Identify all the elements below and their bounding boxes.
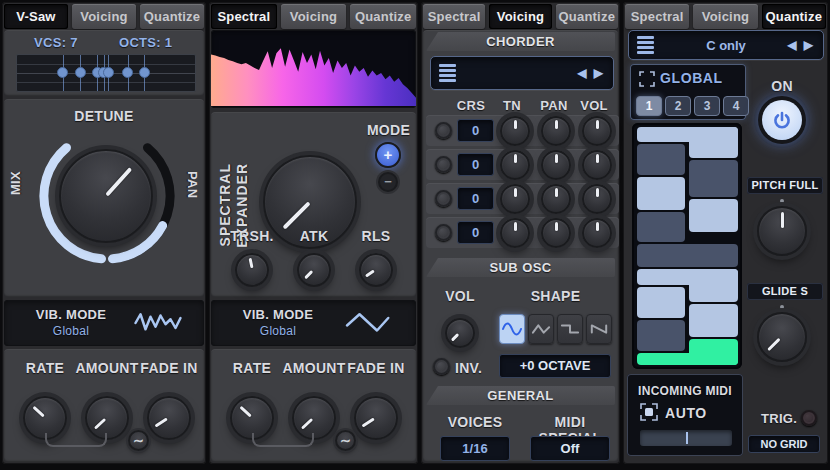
tab-quantize[interactable]: Quantize bbox=[556, 4, 618, 29]
tab-voicing[interactable]: Voicing bbox=[489, 4, 551, 29]
key-A#[interactable] bbox=[637, 144, 685, 175]
row-knob[interactable] bbox=[541, 184, 571, 214]
key-G[interactable] bbox=[689, 199, 738, 232]
tab-voicing[interactable]: Voicing bbox=[281, 4, 347, 29]
key-F[interactable] bbox=[637, 244, 738, 267]
voices-select[interactable]: 1/16 bbox=[440, 436, 510, 461]
tab-voicing[interactable]: Voicing bbox=[693, 4, 757, 29]
voice-dot[interactable] bbox=[57, 67, 68, 78]
key-C#[interactable] bbox=[637, 320, 685, 351]
mode-label: MODE bbox=[361, 122, 416, 138]
key-D[interactable] bbox=[689, 304, 738, 337]
global-slot-3[interactable]: 3 bbox=[694, 96, 720, 116]
key-A[interactable] bbox=[689, 160, 738, 197]
row-knob[interactable] bbox=[582, 150, 612, 180]
chorder-preset-combo[interactable]: ◀ ▶ bbox=[430, 56, 614, 90]
shape-triangle-button[interactable] bbox=[528, 314, 554, 344]
voice-spread-display[interactable] bbox=[16, 54, 196, 92]
global-slot-1[interactable]: 1 bbox=[636, 96, 662, 116]
key-G#[interactable] bbox=[637, 177, 685, 210]
voice-dot[interactable] bbox=[122, 67, 133, 78]
vib-mode-card[interactable]: VIB. MODE Global bbox=[211, 300, 416, 346]
voice-dot[interactable] bbox=[103, 67, 114, 78]
row-enable-toggle[interactable] bbox=[435, 224, 452, 241]
tab-spectral[interactable]: Spectral bbox=[423, 4, 485, 29]
tab-quantize[interactable]: Quantize bbox=[140, 4, 204, 29]
panel-spectral: Spectral Voicing Quantize SPECTRAL bbox=[209, 2, 418, 464]
tab-vsaw[interactable]: V-Saw bbox=[4, 4, 68, 29]
subosc-vol-knob[interactable] bbox=[445, 318, 475, 348]
row-knob[interactable] bbox=[541, 150, 571, 180]
power-button[interactable] bbox=[758, 96, 806, 144]
prev-next-arrows[interactable]: ◀ ▶ bbox=[577, 66, 605, 80]
crs-value[interactable]: 0 bbox=[457, 119, 494, 142]
select-bracket-icon[interactable] bbox=[639, 71, 655, 87]
mode-plus-button[interactable]: + bbox=[375, 142, 401, 168]
tab-spectral[interactable]: Spectral bbox=[625, 4, 689, 29]
midi-mode-value[interactable]: AUTO bbox=[665, 405, 707, 421]
row-enable-toggle[interactable] bbox=[435, 156, 452, 173]
midi-capture-icon[interactable] bbox=[640, 403, 658, 421]
crs-value[interactable]: 0 bbox=[457, 187, 494, 210]
sine-mod-button[interactable]: ∼ bbox=[335, 430, 356, 451]
row-knob[interactable] bbox=[500, 184, 530, 214]
col-pan: PAN bbox=[534, 98, 574, 113]
spectrum-plot bbox=[211, 48, 416, 106]
pitch-range-badge[interactable]: PITCH FULL bbox=[747, 177, 823, 194]
spectrum-display-card[interactable] bbox=[211, 30, 416, 108]
detune-card: DETUNE MIX PAN bbox=[4, 99, 204, 297]
trsh-knob[interactable] bbox=[235, 253, 269, 287]
glide-knob-tick bbox=[780, 305, 784, 309]
global-slot-2[interactable]: 2 bbox=[665, 96, 691, 116]
mode-minus-button[interactable]: − bbox=[378, 172, 398, 192]
sine-mod-button[interactable]: ∼ bbox=[128, 430, 149, 451]
row-knob[interactable] bbox=[541, 116, 571, 146]
crs-value[interactable]: 0 bbox=[457, 153, 494, 176]
tab-spectral[interactable]: Spectral bbox=[211, 4, 277, 29]
shape-saw-button[interactable] bbox=[586, 314, 612, 344]
row-knob[interactable] bbox=[500, 116, 530, 146]
atk-knob[interactable] bbox=[297, 253, 331, 287]
detune-knob[interactable] bbox=[59, 149, 153, 243]
key-E[interactable] bbox=[689, 269, 738, 302]
row-knob[interactable] bbox=[500, 150, 530, 180]
glide-badge[interactable]: GLIDE S bbox=[747, 283, 823, 300]
octave-select[interactable]: +0 OCTAVE bbox=[499, 354, 611, 378]
tab-quantize[interactable]: Quantize bbox=[762, 4, 826, 29]
shape-sine-button[interactable] bbox=[499, 314, 525, 344]
tab-quantize[interactable]: Quantize bbox=[350, 4, 416, 29]
scale-preset-combo[interactable]: C only ◀ ▶ bbox=[628, 30, 824, 60]
shape-square-button[interactable] bbox=[557, 314, 583, 344]
crs-value[interactable]: 0 bbox=[457, 221, 494, 244]
row-knob[interactable] bbox=[582, 184, 612, 214]
row-knob[interactable] bbox=[582, 218, 612, 248]
voice-dot[interactable] bbox=[75, 67, 86, 78]
row-knob[interactable] bbox=[541, 218, 571, 248]
panel-vsaw: V-Saw Voicing Quantize VCS: 7 OCTS: 1 DE… bbox=[2, 2, 206, 464]
key-D#[interactable] bbox=[637, 287, 685, 318]
fadein-knob[interactable] bbox=[147, 396, 191, 440]
rate-label: RATE bbox=[15, 360, 75, 376]
key-F#[interactable] bbox=[637, 212, 685, 242]
chorder-row: 0 bbox=[426, 149, 619, 180]
vib-mode-card[interactable]: VIB. MODE Global bbox=[4, 300, 204, 346]
global-slot-4[interactable]: 4 bbox=[723, 96, 749, 116]
key-C[interactable] bbox=[637, 353, 738, 365]
rls-knob[interactable] bbox=[359, 253, 393, 287]
inv-toggle[interactable] bbox=[433, 358, 450, 375]
midi-special-select[interactable]: Off bbox=[530, 436, 610, 461]
row-knob[interactable] bbox=[500, 218, 530, 248]
fadein-knob[interactable] bbox=[354, 396, 398, 440]
pitch-knob[interactable] bbox=[757, 206, 807, 256]
row-knob[interactable] bbox=[582, 116, 612, 146]
midi-position-strip[interactable] bbox=[640, 430, 732, 446]
voice-dot[interactable] bbox=[139, 67, 150, 78]
grid-select[interactable]: NO GRID bbox=[748, 435, 820, 453]
key-B[interactable] bbox=[689, 127, 738, 158]
row-enable-toggle[interactable] bbox=[435, 190, 452, 207]
row-enable-toggle[interactable] bbox=[435, 122, 452, 139]
tab-voicing[interactable]: Voicing bbox=[72, 4, 136, 29]
trig-toggle[interactable] bbox=[801, 410, 817, 426]
glide-knob[interactable] bbox=[757, 312, 807, 362]
menu-icon[interactable] bbox=[439, 64, 456, 82]
